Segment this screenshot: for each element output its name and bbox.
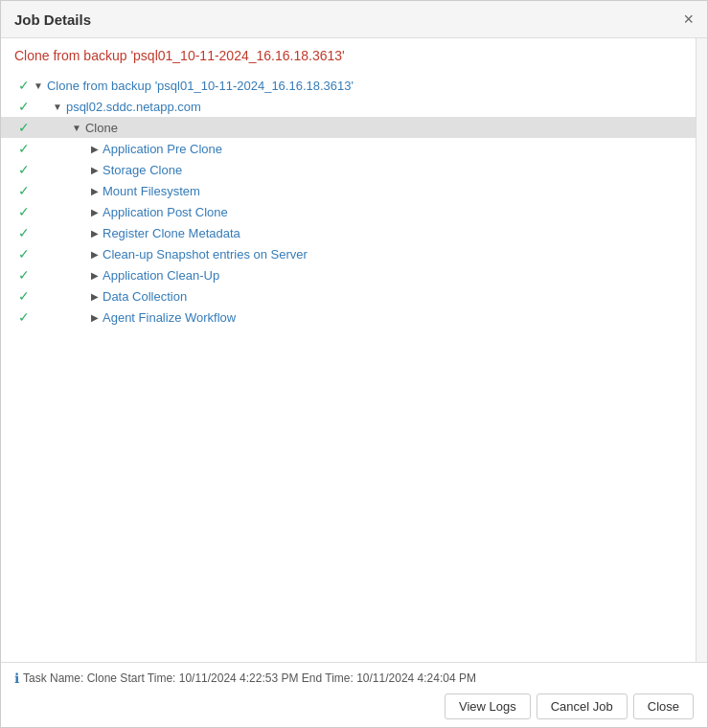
- scroll-content: Clone from backup 'psql01_10-11-2024_16.…: [1, 38, 696, 662]
- expand-arrow-root[interactable]: ▼: [34, 80, 43, 91]
- main-job-title: Clone from backup 'psql01_10-11-2024_16.…: [14, 48, 682, 63]
- check-icon-host: ✓: [14, 99, 34, 114]
- node-label-host: psql02.sddc.netapp.com: [66, 100, 201, 114]
- node-label-app-pre-clone: Application Pre Clone: [103, 142, 222, 156]
- footer-buttons: View Logs Cancel Job Close: [14, 694, 694, 719]
- node-label-root: Clone from backup 'psql01_10-11-2024_16.…: [47, 79, 354, 93]
- expand-arrow-mount-filesystem[interactable]: ▶: [91, 186, 99, 196]
- node-label-storage-clone: Storage Clone: [103, 163, 182, 177]
- expand-arrow-agent-finalize[interactable]: ▶: [91, 312, 99, 323]
- expand-arrow-app-post-clone[interactable]: ▶: [91, 207, 99, 217]
- check-icon-clone: ✓: [14, 120, 34, 135]
- dialog-header: Job Details ×: [1, 1, 707, 38]
- node-label-app-cleanup: Application Clean-Up: [103, 268, 219, 283]
- scrollbar[interactable]: [696, 38, 707, 662]
- expand-arrow-register-clone-metadata[interactable]: ▶: [91, 228, 99, 239]
- footer-info: ℹ Task Name: Clone Start Time: 10/11/202…: [14, 671, 694, 686]
- tree-row-agent-finalize[interactable]: ✓▶ Agent Finalize Workflow: [14, 307, 682, 328]
- expand-arrow-storage-clone[interactable]: ▶: [91, 165, 99, 175]
- check-icon-mount-filesystem: ✓: [14, 183, 34, 198]
- tree-row-storage-clone[interactable]: ✓▶ Storage Clone: [14, 159, 682, 180]
- expand-arrow-clone[interactable]: ▼: [72, 123, 81, 133]
- node-label-app-post-clone: Application Post Clone: [103, 205, 228, 219]
- tree-row-host[interactable]: ✓▼ psql02.sddc.netapp.com: [14, 96, 682, 117]
- tree-row-register-clone-metadata[interactable]: ✓▶ Register Clone Metadata: [14, 222, 682, 243]
- check-icon-root: ✓: [14, 78, 34, 93]
- tree-row-mount-filesystem[interactable]: ✓▶ Mount Filesystem: [14, 180, 682, 201]
- expand-arrow-app-pre-clone[interactable]: ▶: [91, 144, 99, 154]
- close-button[interactable]: Close: [633, 694, 694, 719]
- expand-arrow-data-collection[interactable]: ▶: [91, 291, 99, 302]
- tree-row-app-pre-clone[interactable]: ✓▶ Application Pre Clone: [14, 138, 682, 159]
- tree-row-data-collection[interactable]: ✓▶ Data Collection: [14, 285, 682, 307]
- job-details-dialog: Job Details × Clone from backup 'psql01_…: [0, 0, 708, 728]
- node-label-data-collection: Data Collection: [103, 289, 187, 304]
- check-icon-data-collection: ✓: [14, 288, 34, 304]
- tree-row-root[interactable]: ✓▼ Clone from backup 'psql01_10-11-2024_…: [14, 75, 682, 96]
- close-icon[interactable]: ×: [683, 11, 694, 28]
- node-label-clone: Clone: [85, 121, 118, 135]
- check-icon-cleanup-snapshot: ✓: [14, 246, 34, 262]
- check-icon-storage-clone: ✓: [14, 162, 34, 177]
- expand-arrow-cleanup-snapshot[interactable]: ▶: [91, 249, 99, 260]
- node-label-register-clone-metadata: Register Clone Metadata: [103, 226, 240, 240]
- tree-row-app-post-clone[interactable]: ✓▶ Application Post Clone: [14, 201, 682, 222]
- cancel-job-button[interactable]: Cancel Job: [537, 694, 628, 719]
- node-label-cleanup-snapshot: Clean-up Snapshot entries on Server: [103, 247, 308, 262]
- expand-arrow-host[interactable]: ▼: [53, 102, 62, 112]
- view-logs-button[interactable]: View Logs: [445, 694, 531, 719]
- check-icon-app-pre-clone: ✓: [14, 141, 34, 156]
- dialog-scroll-area: Clone from backup 'psql01_10-11-2024_16.…: [1, 38, 707, 662]
- tree-row-cleanup-snapshot[interactable]: ✓▶ Clean-up Snapshot entries on Server: [14, 243, 682, 264]
- node-label-mount-filesystem: Mount Filesystem: [103, 184, 200, 198]
- footer-info-text: Task Name: Clone Start Time: 10/11/2024 …: [23, 671, 476, 685]
- dialog-footer: ℹ Task Name: Clone Start Time: 10/11/202…: [1, 662, 707, 727]
- check-icon-app-cleanup: ✓: [14, 267, 34, 283]
- check-icon-agent-finalize: ✓: [14, 309, 34, 325]
- tree-row-app-cleanup[interactable]: ✓▶ Application Clean-Up: [14, 264, 682, 285]
- expand-arrow-app-cleanup[interactable]: ▶: [91, 270, 99, 281]
- tree-row-clone[interactable]: ✓▼ Clone: [1, 117, 696, 138]
- dialog-title: Job Details: [14, 11, 91, 28]
- job-tree: ✓▼ Clone from backup 'psql01_10-11-2024_…: [14, 75, 682, 328]
- check-icon-register-clone-metadata: ✓: [14, 225, 34, 240]
- info-icon: ℹ: [14, 671, 19, 686]
- node-label-agent-finalize: Agent Finalize Workflow: [103, 310, 236, 325]
- check-icon-app-post-clone: ✓: [14, 204, 34, 219]
